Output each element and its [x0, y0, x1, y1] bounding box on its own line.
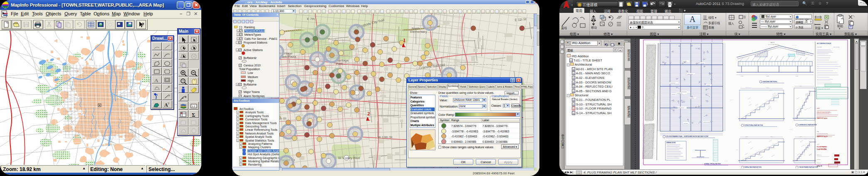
svg-text:插入: 插入 — [728, 22, 734, 25]
svg-text:Park: Park — [336, 62, 343, 66]
svg-text:?: ? — [141, 22, 144, 27]
svg-text:A: A — [154, 77, 158, 83]
svg-text:直线: 直线 — [561, 26, 567, 29]
svg-text:?: ? — [168, 102, 169, 105]
svg-text:scale no: scale no — [817, 162, 821, 164]
svg-text:19'-4": 19'-4" — [746, 87, 748, 88]
svg-text:2: 2 — [367, 110, 370, 117]
svg-text:DRAFTVIEW: DRAFTVIEW — [833, 46, 840, 48]
svg-text:22.50: 22.50 — [767, 76, 769, 76]
svg-text:noted: noted — [817, 108, 820, 109]
svg-text:结构图 S2: 结构图 S2 — [816, 165, 822, 167]
svg-text:13'-7": 13'-7" — [767, 87, 769, 88]
svg-text:20'-5": 20'-5" — [800, 136, 802, 137]
svg-text:PLAN 结构布置图: PLAN 结构布置图 — [817, 148, 826, 150]
svg-text:3 STRUCTURAL STAIR SECTION: 3 STRUCTURAL STAIR SECTION — [744, 125, 763, 126]
svg-text:199: 199 — [345, 157, 349, 159]
svg-text:W 13th St: W 13th St — [378, 135, 393, 139]
svg-text:1.2: 1.2 — [192, 105, 195, 108]
svg-text:15'-9": 15'-9" — [800, 86, 802, 86]
svg-text:5 METAL PAN STAIR SECTION: 5 METAL PAN STAIR SECTION — [744, 166, 762, 168]
svg-text:GREEN SEAL TOP COL 20: GREEN SEAL TOP COL 20 — [818, 88, 830, 90]
svg-text:Elementary: Elementary — [410, 30, 427, 34]
svg-text:6 INTERIOR FL STAIR SECTION: 6 INTERIOR FL STAIR SECTION — [799, 124, 816, 126]
svg-text:多重引线: 多重引线 — [708, 21, 720, 25]
svg-text:E 7th: E 7th — [307, 17, 315, 21]
svg-text:sheet:: sheet: — [817, 144, 820, 145]
svg-text:7 WOOD FRAME STAIR SECTION: 7 WOOD FRAME STAIR SECTION — [799, 166, 818, 168]
svg-text:?: ? — [168, 94, 170, 98]
svg-text:drawing: drawing — [817, 159, 821, 160]
svg-text:测量 ▾: 测量 ▾ — [815, 27, 823, 29]
svg-text:14.75: 14.75 — [741, 76, 743, 76]
svg-text:75.0: 75.0 — [690, 39, 693, 39]
svg-text:?: ? — [182, 79, 184, 83]
svg-text:▾: ▾ — [839, 27, 840, 29]
svg-text:移动: 移动 — [591, 26, 597, 29]
svg-text:clay:: clay: — [817, 131, 819, 132]
svg-text:FLOOR FRAMING: FLOOR FRAMING — [817, 146, 827, 148]
svg-text:线性 ▾: 线性 ▾ — [708, 16, 717, 20]
svg-text:sheet No.: sheet No. — [817, 154, 821, 156]
svg-text:1 BUILDING SECTION A: 1 BUILDING SECTION A — [762, 81, 777, 83]
svg-text:2 FLOOR FRAMING PLAN — NORTH: 2 FLOOR FRAMING PLAN — NORTH AND SOUTH S… — [666, 136, 708, 137]
svg-text:16.25: 16.25 — [796, 76, 798, 76]
svg-text:1: 1 — [403, 37, 406, 43]
svg-text:23'-1": 23'-1" — [746, 136, 748, 137]
svg-text:4 DETAIL TYPICAL SECTION: 4 DETAIL TYPICAL SECTION — [704, 163, 720, 165]
svg-text:M 6 7 5: M 6 7 5 — [771, 42, 774, 44]
svg-text:W WALL SECTION KEY: W WALL SECTION KEY — [768, 44, 779, 45]
svg-text:▾: ▾ — [743, 26, 744, 29]
svg-text:SAMSTOCK 2 期目伥: SAMSTOCK 2 期目伥 — [817, 117, 828, 119]
svg-text:SAMSTOCK 2 期目 B: SAMSTOCK 2 期目 B — [817, 136, 828, 137]
svg-text:Σ: Σ — [192, 112, 195, 118]
svg-text:SHOTTES: SHOTTES — [817, 46, 822, 48]
svg-text:SPECIFICATIONS FOR STRUCT: SPECIFICATIONS FOR STRUCT — [817, 112, 831, 113]
svg-text:表格: 表格 — [708, 26, 714, 29]
svg-text:GENERAL NOTES: GENERAL NOTES — [666, 142, 676, 144]
svg-text:11'-5": 11'-5" — [771, 136, 773, 137]
svg-text:J41 CONSTRUCTION INC: J41 CONSTRUCTION INC — [817, 43, 832, 44]
